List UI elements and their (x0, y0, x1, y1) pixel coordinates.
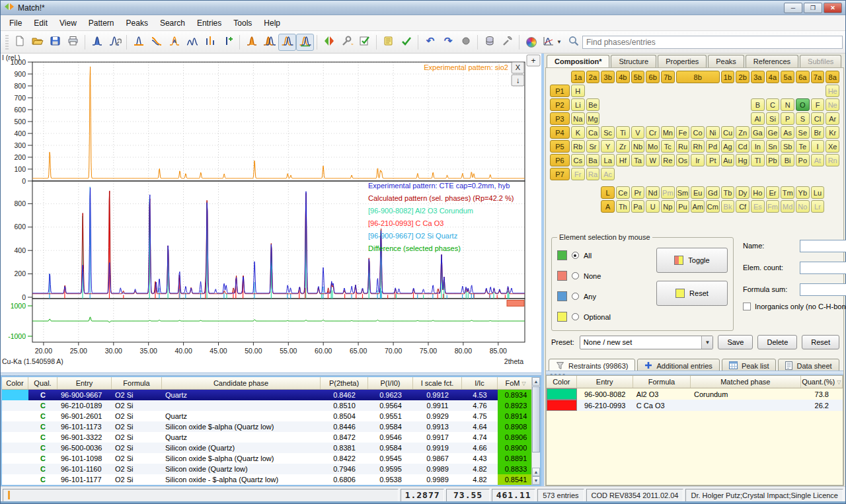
element-Si-button[interactable]: Si (766, 112, 780, 125)
inorganics-only-option[interactable]: Inorganics only (no C-H-bonds) (743, 303, 846, 310)
column-header-color[interactable]: Color (547, 376, 577, 388)
menu-tools[interactable]: Tools (227, 16, 258, 30)
element-O-button[interactable]: O (796, 98, 810, 111)
group-1b-button[interactable]: 1b (721, 71, 735, 83)
element-Ne-button[interactable]: Ne (826, 98, 839, 111)
tab-properties[interactable]: Properties (658, 55, 707, 68)
candidate-row[interactable]: C96-101-1173O2 SiSilicon oxide $-alpha (… (2, 421, 540, 432)
period-P5-button[interactable]: P5 (550, 140, 570, 153)
candidate-row[interactable]: C96-101-1160O2 SiSilicon oxide (Quartz l… (2, 464, 540, 474)
add-peak-button[interactable] (219, 34, 237, 51)
menu-search[interactable]: Search (154, 16, 191, 30)
group-5a-button[interactable]: 5a (781, 71, 794, 83)
element-In-button[interactable]: In (751, 140, 765, 153)
element-Sc-button[interactable]: Sc (601, 126, 615, 139)
element-Pr-button[interactable]: Pr (631, 186, 645, 199)
group-7a-button[interactable]: 7a (811, 71, 825, 83)
element-Ba-button[interactable]: Ba (586, 154, 600, 166)
element-Al-button[interactable]: Al (751, 112, 765, 125)
element-U-button[interactable]: U (646, 200, 660, 213)
matched-phase-row[interactable]: 96-900-8082Al2 O3Corundum73.8 (547, 388, 843, 400)
element-Ge-button[interactable]: Ge (766, 126, 780, 139)
column-header-entry[interactable]: Entry (58, 377, 112, 389)
element-Y-button[interactable]: Y (601, 140, 615, 153)
new-document-button[interactable] (11, 34, 28, 51)
element-Na-button[interactable]: Na (571, 112, 585, 125)
element-Lr-button[interactable]: Lr (811, 200, 825, 213)
element-I-button[interactable]: I (811, 140, 825, 153)
element-N-button[interactable]: N (781, 98, 794, 111)
candidates-scrollbar[interactable]: ▲▲▼ (531, 377, 540, 485)
element-V-button[interactable]: V (631, 126, 645, 139)
element-Be-button[interactable]: Be (586, 98, 600, 111)
element-Ag-button[interactable]: Ag (721, 140, 735, 153)
matching-button[interactable] (320, 34, 338, 51)
element-Re-button[interactable]: Re (661, 154, 675, 166)
scroll-down-icon[interactable]: ▼ (532, 476, 540, 485)
element-Np-button[interactable]: Np (661, 200, 675, 213)
element-Eu-button[interactable]: Eu (691, 186, 705, 199)
group-3a-button[interactable]: 3a (751, 71, 765, 83)
element-W-button[interactable]: W (646, 154, 660, 166)
element-Fe-button[interactable]: Fe (676, 126, 690, 139)
element-Tl-button[interactable]: Tl (751, 154, 765, 166)
element-Cl-button[interactable]: Cl (811, 112, 825, 125)
candidate-row[interactable]: C96-210-0189O2 Si0.85100.95640.99114.760… (2, 400, 540, 411)
element-Cd-button[interactable]: Cd (736, 140, 750, 153)
element-Cm-button[interactable]: Cm (706, 200, 720, 213)
element-Cs-button[interactable]: Cs (571, 154, 585, 166)
element-Ir-button[interactable]: Ir (691, 154, 705, 166)
graph-options-button[interactable]: ▼ (540, 34, 564, 51)
database-button[interactable] (481, 34, 498, 51)
element-Ni-button[interactable]: Ni (706, 126, 720, 139)
scroll-up-icon[interactable]: ▲ (532, 377, 540, 386)
column-header-entry[interactable]: Entry (577, 376, 633, 388)
group-4a-button[interactable]: 4a (766, 71, 780, 83)
element-S-button[interactable]: S (796, 112, 810, 125)
menu-help[interactable]: Help (258, 16, 286, 30)
menu-file[interactable]: File (3, 16, 28, 30)
element-Zn-button[interactable]: Zn (736, 126, 750, 139)
experimental-pattern-button[interactable] (243, 34, 260, 51)
element-Cr-button[interactable]: Cr (646, 126, 660, 139)
element-Pt-button[interactable]: Pt (706, 154, 720, 166)
open-folder-button[interactable] (28, 34, 46, 51)
element-Sn-button[interactable]: Sn (766, 140, 780, 153)
element-Ti-button[interactable]: Ti (616, 126, 630, 139)
toggle-button[interactable]: Toggle (656, 248, 728, 273)
import-pattern-button[interactable] (88, 34, 106, 51)
tab-structure[interactable]: Structure (611, 55, 656, 68)
period-P7-button[interactable]: P7 (550, 168, 570, 180)
element-Rb-button[interactable]: Rb (571, 140, 585, 153)
element-Sm-button[interactable]: Sm (676, 186, 690, 199)
element-Pd-button[interactable]: Pd (706, 140, 720, 153)
menu-view[interactable]: View (54, 16, 83, 30)
inorganics-checkbox[interactable] (743, 303, 751, 310)
element-Os-button[interactable]: Os (676, 154, 690, 166)
group-2a-button[interactable]: 2a (586, 71, 600, 83)
print-button[interactable] (64, 34, 82, 51)
element-Nd-button[interactable]: Nd (646, 186, 660, 199)
element-Pa-button[interactable]: Pa (631, 200, 645, 213)
redo-button[interactable]: ↷ (439, 34, 457, 51)
group-2b-button[interactable]: 2b (736, 71, 750, 83)
element-B-button[interactable]: B (751, 98, 765, 111)
overlay-difference-button[interactable] (296, 34, 314, 51)
element-As-button[interactable]: As (781, 126, 794, 139)
menu-peaks[interactable]: Peaks (120, 16, 154, 30)
group-8b-button[interactable]: 8b (676, 71, 720, 83)
element-Nb-button[interactable]: Nb (631, 140, 645, 153)
period-P6-button[interactable]: P6 (550, 154, 570, 166)
reset-selection-button[interactable]: Reset (656, 281, 728, 306)
colors-button[interactable] (522, 34, 540, 51)
tab-peaks[interactable]: Peaks (708, 55, 744, 68)
column-header-quant-[interactable]: Quant.(%)▽ (801, 376, 843, 388)
peak-search-button[interactable] (183, 34, 201, 51)
column-header-candidate-phase[interactable]: Candidate phase (162, 377, 321, 389)
element-Rn-button[interactable]: Rn (826, 154, 839, 166)
element-Ga-button[interactable]: Ga (751, 126, 765, 139)
reset-preset-button[interactable]: Reset (802, 335, 839, 349)
candidate-row[interactable]: C96-901-3322O2 SiQuartz0.84720.95460.991… (2, 432, 540, 443)
element-Fr-button[interactable]: Fr (571, 168, 585, 180)
candidate-row[interactable]: C96-901-2601O2 SiQuartz0.85040.95510.992… (2, 411, 540, 421)
